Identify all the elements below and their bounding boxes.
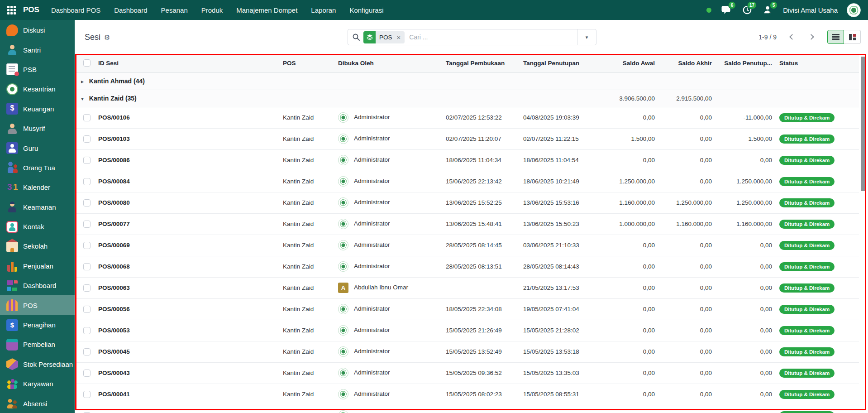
row-checkbox[interactable]: [83, 199, 91, 206]
group-row-kantin-zaid[interactable]: ▾ Kantin Zaid (35) 3.906.500,00 2.915.50…: [76, 90, 859, 107]
column-header-tanggal-pembukaan[interactable]: Tanggal Pembukaan: [445, 54, 522, 72]
table-row[interactable]: POS/00039 Kantin Zaid Administrator 14/0…: [76, 405, 859, 413]
sidebar-item[interactable]: Diskusi: [0, 20, 75, 40]
sidebar-item[interactable]: Santri: [0, 40, 75, 59]
sidebar-item-icon: [6, 83, 18, 95]
sidebar-item[interactable]: Sekolah: [0, 236, 75, 256]
caret-collapsed-icon[interactable]: ▸: [77, 78, 87, 85]
table-row[interactable]: POS/00045 Kantin Zaid Administrator 15/0…: [76, 341, 859, 362]
settings-gear-icon[interactable]: ⚙: [104, 34, 110, 42]
table-row[interactable]: POS/00086 Kantin Zaid Administrator 18/0…: [76, 149, 859, 171]
row-checkbox[interactable]: [83, 135, 91, 143]
vertical-scrollbar[interactable]: [861, 57, 866, 191]
search-dropdown-toggle[interactable]: ▾: [577, 29, 596, 45]
list-view-button[interactable]: [827, 30, 844, 44]
column-header-pos[interactable]: POS: [282, 54, 337, 72]
column-header-dibuka-oleh[interactable]: Dibuka Oleh: [337, 54, 445, 72]
app-name[interactable]: POS: [23, 5, 39, 14]
row-checkbox[interactable]: [83, 327, 91, 334]
group-saldo-akhir: 2.915.500,00: [656, 90, 713, 107]
table-row[interactable]: POS/00041 Kantin Zaid Administrator 15/0…: [76, 384, 859, 405]
table-row[interactable]: POS/00043 Kantin Zaid Administrator 15/0…: [76, 362, 859, 384]
column-header-id-sesi[interactable]: ID Sesi: [97, 54, 282, 72]
sidebar-item[interactable]: PSB: [0, 60, 75, 79]
row-checkbox[interactable]: [83, 263, 91, 270]
sidebar-item[interactable]: Orang Tua: [0, 158, 75, 178]
sidebar-item[interactable]: Karyawan: [0, 374, 75, 394]
column-header-tanggal-penutupan[interactable]: Tanggal Penutupan: [522, 54, 601, 72]
table-row[interactable]: POS/00056 Kantin Zaid Administrator 18/0…: [76, 298, 859, 320]
sidebar-item-icon: [6, 142, 18, 154]
page-title: Sesi: [85, 33, 100, 42]
status-badge: Ditutup & Direkam: [779, 326, 835, 335]
column-header-saldo-akhir[interactable]: Saldo Akhir: [656, 54, 713, 72]
column-header-saldo-penutup[interactable]: Saldo Penutup...: [713, 54, 773, 72]
sidebar-item[interactable]: Keamanan: [0, 197, 75, 217]
select-all-checkbox[interactable]: [83, 59, 91, 67]
table-row[interactable]: POS/00053 Kantin Zaid Administrator 15/0…: [76, 320, 859, 341]
navbar-menu-item[interactable]: Dashboard POS: [51, 6, 100, 14]
sidebar-item[interactable]: Stok Persediaan: [0, 355, 75, 374]
search-input[interactable]: [405, 34, 577, 41]
row-checkbox[interactable]: [83, 306, 91, 313]
chevron-down-icon: ▾: [586, 34, 588, 40]
table-row[interactable]: POS/00084 Kantin Zaid Administrator 15/0…: [76, 171, 859, 192]
table-row[interactable]: POS/00106 Kantin Zaid Administrator 02/0…: [76, 107, 859, 128]
sidebar-item[interactable]: Penjualan: [0, 256, 75, 276]
table-row[interactable]: POS/00068 Kantin Zaid Administrator 28/0…: [76, 256, 859, 277]
sidebar-item-label: Orang Tua: [23, 164, 55, 172]
row-checkbox[interactable]: [83, 370, 91, 377]
sidebar-item[interactable]: Musyrif: [0, 119, 75, 138]
table-row[interactable]: POS/00069 Kantin Zaid Administrator 28/0…: [76, 235, 859, 256]
group-label: Kantin Zaid (35): [89, 95, 137, 102]
sidebar-item[interactable]: Kontak: [0, 217, 75, 236]
company-switcher[interactable]: Divisi Amal Usaha: [783, 6, 838, 14]
pager-previous-button[interactable]: [785, 30, 799, 44]
sidebar-item[interactable]: Keuangan: [0, 99, 75, 119]
apps-grid-icon[interactable]: [7, 6, 16, 14]
table-row[interactable]: POS/00077 Kantin Zaid Administrator 13/0…: [76, 213, 859, 235]
activities-clock-icon[interactable]: 17: [741, 4, 753, 16]
row-checkbox[interactable]: [83, 242, 91, 249]
sidebar-item-label: Musyrif: [23, 125, 45, 132]
messages-icon[interactable]: 6: [720, 4, 732, 16]
sidebar-item[interactable]: Dashboard: [0, 276, 75, 295]
navbar-menu-item[interactable]: Manajemen Dompet: [236, 6, 297, 14]
column-header-status[interactable]: Status: [773, 54, 859, 72]
sidebar-item[interactable]: Kalender: [0, 178, 75, 197]
row-checkbox[interactable]: [83, 114, 91, 121]
session-list: ID Sesi POS Dibuka Oleh Tanggal Pembukaa…: [76, 54, 866, 413]
sidebar-item[interactable]: Absensi: [0, 394, 75, 413]
facet-remove-icon[interactable]: ×: [396, 34, 405, 41]
row-checkbox[interactable]: [83, 221, 91, 228]
kanban-view-button[interactable]: [844, 30, 861, 44]
user-avatar[interactable]: [847, 3, 861, 17]
saldo-penutup: -11.000,00: [713, 107, 773, 128]
wallet-person-icon[interactable]: $ 5: [762, 4, 774, 16]
column-header-saldo-awal[interactable]: Saldo Awal: [601, 54, 656, 72]
sidebar-item[interactable]: Kesantrian: [0, 79, 75, 99]
navbar-menu-item[interactable]: Laporan: [311, 6, 336, 14]
table-row[interactable]: POS/00080 Kantin Zaid Administrator 13/0…: [76, 192, 859, 213]
group-row-kantin-ahmad[interactable]: ▸ Kantin Ahmad (44): [76, 72, 859, 90]
sidebar-item[interactable]: Pembelian: [0, 335, 75, 354]
opened-by-avatar: [338, 304, 348, 314]
pager-next-button[interactable]: [804, 30, 818, 44]
row-checkbox[interactable]: [83, 157, 91, 164]
row-checkbox[interactable]: [83, 284, 91, 292]
row-checkbox[interactable]: [83, 348, 91, 355]
navbar-menu-item[interactable]: Dashboard: [114, 6, 147, 14]
caret-expanded-icon[interactable]: ▾: [77, 96, 87, 102]
row-checkbox[interactable]: [83, 391, 91, 398]
navbar-menu-item[interactable]: Konfigurasi: [349, 6, 383, 14]
table-row[interactable]: POS/00103 Kantin Zaid Administrator 02/0…: [76, 128, 859, 149]
opened-by-avatar: [338, 134, 348, 144]
sidebar-item[interactable]: Guru: [0, 138, 75, 158]
table-row[interactable]: POS/00063 Kantin Zaid A Abdullah Ibnu Om…: [76, 277, 859, 298]
navbar-menu-item[interactable]: Produk: [201, 6, 223, 14]
sidebar-item[interactable]: Penagihan: [0, 315, 75, 335]
row-checkbox[interactable]: [83, 178, 91, 185]
navbar-menu-item[interactable]: Pesanan: [161, 6, 188, 14]
saldo-penutup: 0,00: [713, 149, 773, 171]
sidebar-item[interactable]: POS: [0, 295, 75, 315]
